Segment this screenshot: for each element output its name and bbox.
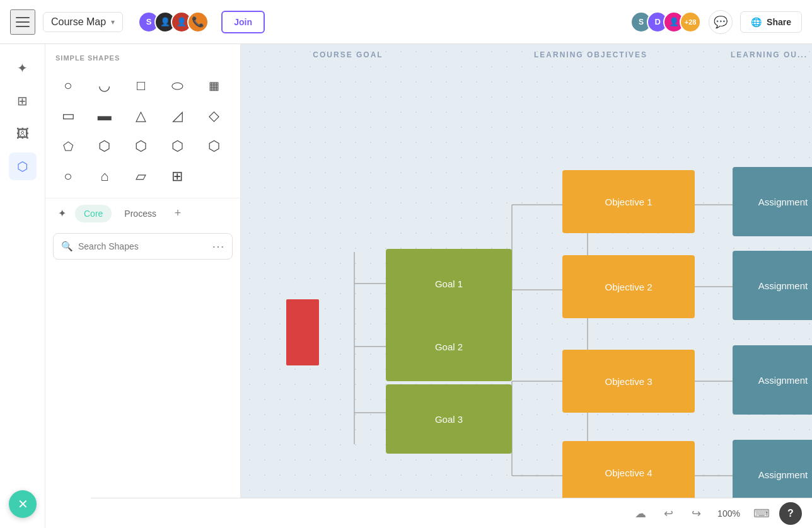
shapes-grid: ○ ◡ □ ⬭ ▦ ▭ ▬ △ ◿ ◇ ⬠ ⬡ ⬡ ⬡ ⬡ ○ ⌂ ▱ ⊞ [45, 67, 240, 195]
goal-2-label: Goal 2 [435, 341, 463, 352]
heptagon-shape-btn[interactable]: ⬡ [126, 132, 156, 160]
undo-button[interactable]: ↩ [658, 503, 678, 524]
chat-icon: 💬 [714, 15, 728, 29]
header-right: S D 👤 +28 💬 🌐 Share [630, 10, 802, 34]
octagon-shape-btn[interactable]: ⬡ [162, 132, 192, 160]
obj-4-label: Objective 4 [605, 468, 652, 478]
sidebar-item-shapes[interactable]: ⬡ [9, 152, 37, 180]
tab-process[interactable]: Process [115, 205, 165, 222]
redo-icon: ↪ [692, 507, 701, 520]
more-count: +28 [680, 11, 701, 33]
rounded-rect-shape-btn[interactable]: ▬ [90, 102, 120, 130]
doc-title: Course Map [51, 16, 106, 28]
obj-1-node[interactable]: Objective 1 [562, 170, 695, 233]
circle2-shape-btn[interactable]: ○ [53, 163, 83, 190]
assign-2-node[interactable]: Assignment [733, 251, 812, 320]
search-options-icon[interactable]: ⋯ [212, 239, 224, 254]
table-shape-btn[interactable]: ▦ [199, 72, 229, 100]
red-shape-preview[interactable] [286, 299, 319, 365]
share-button[interactable]: 🌐 Share [740, 11, 802, 33]
avatar-phone: 📞 [187, 11, 209, 33]
triangle-shape-btn[interactable]: △ [126, 102, 156, 130]
ellipse-shape-btn[interactable]: ⬭ [162, 72, 192, 100]
circle-shape-btn[interactable]: ○ [53, 72, 83, 100]
assign-3-node[interactable]: Assignment [733, 345, 812, 415]
assign-1-label: Assignment [758, 197, 808, 207]
arc-shape-btn[interactable]: ◡ [90, 72, 120, 100]
obj-2-node[interactable]: Objective 2 [562, 255, 695, 318]
assign-1-node[interactable]: Assignment [733, 167, 812, 236]
share-label: Share [767, 17, 791, 27]
sidebar-item-image[interactable]: 🖼 [9, 120, 37, 147]
course-goal-header: COURSE GOAL [241, 50, 455, 59]
diamond-shape-btn[interactable]: ◇ [199, 102, 229, 130]
collaborators-avatars: S 👤 👤 📞 [138, 11, 209, 33]
sidebar-item-grid[interactable]: ⊞ [9, 87, 37, 115]
learning-out-header: LEARNING OU... [726, 50, 812, 59]
globe-icon: 🌐 [751, 17, 762, 27]
learning-obj-header: LEARNING OBJECTIVES [455, 50, 726, 59]
obj-4-node[interactable]: Objective 4 [562, 441, 695, 504]
shapes-tabs: ✦ Core Process + [45, 198, 240, 228]
cloud-save-button[interactable]: ☁ [630, 503, 651, 524]
goal-2-node[interactable]: Goal 2 [386, 312, 512, 381]
obj-3-label: Objective 3 [605, 376, 652, 387]
pentagon-shape-btn[interactable]: ⬠ [53, 132, 83, 160]
chevron-down-icon: ▾ [111, 18, 115, 26]
tab-star[interactable]: ✦ [53, 204, 71, 223]
right-triangle-shape-btn[interactable]: ◿ [162, 102, 192, 130]
cloud-icon: ☁ [635, 507, 646, 520]
goal-1-node[interactable]: Goal 1 [386, 249, 512, 318]
join-button[interactable]: Join [221, 11, 265, 33]
zoom-level: 100% [714, 508, 744, 519]
goal-1-label: Goal 1 [435, 278, 463, 289]
goal-3-node[interactable]: Goal 3 [386, 384, 512, 454]
keyboard-icon: ⌨ [753, 507, 770, 520]
shield-shape-btn[interactable]: ⌂ [90, 163, 120, 190]
square-shape-btn[interactable]: □ [126, 72, 156, 100]
decagon-shape-btn[interactable]: ⬡ [199, 132, 229, 160]
obj-2-label: Objective 2 [605, 282, 652, 292]
obj-1-label: Objective 1 [605, 197, 652, 207]
more-avatars: S D 👤 +28 [630, 11, 701, 33]
redo-button[interactable]: ↪ [686, 503, 706, 524]
tab-core[interactable]: Core [75, 205, 112, 222]
obj-3-node[interactable]: Objective 3 [562, 350, 695, 413]
rect-shape-btn[interactable]: ▭ [53, 102, 83, 130]
header: Course Map ▾ S 👤 👤 📞 Join S D 👤 +28 💬 🌐 … [0, 0, 812, 44]
hamburger-menu[interactable] [10, 9, 35, 35]
shapes-panel: SIMPLE SHAPES ○ ◡ □ ⬭ ▦ ▭ ▬ △ ◿ ◇ ⬠ ⬡ ⬡ … [45, 44, 241, 528]
chat-button[interactable]: 💬 [709, 10, 733, 34]
help-button[interactable]: ? [779, 502, 802, 525]
assign-2-label: Assignment [758, 280, 808, 291]
simple-shapes-label: SIMPLE SHAPES [45, 44, 240, 67]
search-bar: 🔍 ⋯ [53, 233, 233, 260]
keyboard-button[interactable]: ⌨ [751, 503, 772, 524]
assign-4-label: Assignment [758, 469, 808, 480]
search-icon: 🔍 [61, 241, 73, 252]
sidebar-item-star[interactable]: ✦ [9, 54, 37, 82]
search-input[interactable] [78, 241, 207, 251]
tab-add-button[interactable]: + [169, 205, 187, 222]
parallelogram-shape-btn[interactable]: ▱ [126, 163, 156, 190]
assign-3-label: Assignment [758, 375, 808, 386]
goal-3-label: Goal 3 [435, 414, 463, 425]
sidebar-icons: ✦ ⊞ 🖼 ⬡ ✕ [0, 44, 45, 528]
undo-icon: ↩ [664, 507, 673, 520]
grid2-shape-btn[interactable]: ⊞ [162, 163, 192, 190]
close-button[interactable]: ✕ [9, 490, 37, 518]
doc-title-container[interactable]: Course Map ▾ [43, 12, 123, 32]
bottom-toolbar: ☁ ↩ ↪ 100% ⌨ ? [91, 498, 812, 528]
hexagon-shape-btn[interactable]: ⬡ [90, 132, 120, 160]
